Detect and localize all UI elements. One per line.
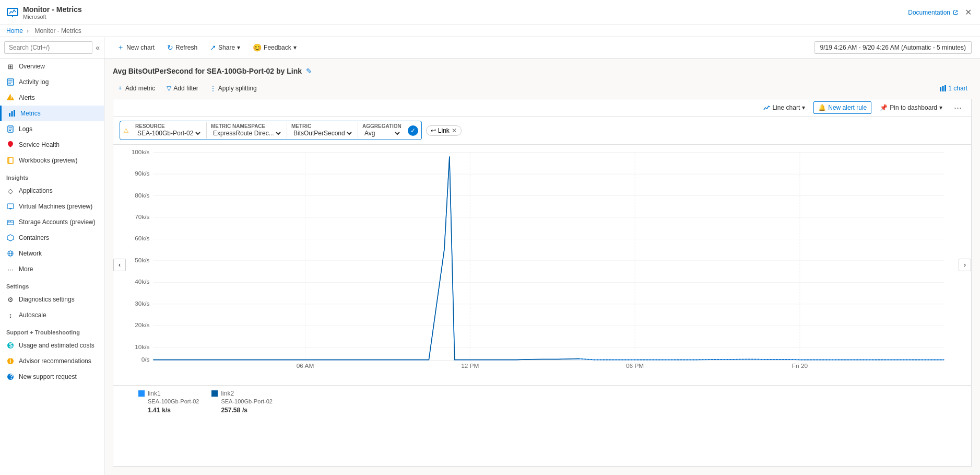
svg-rect-16 <box>9 157 13 164</box>
sidebar-item-usage-costs[interactable]: $ Usage and estimated costs <box>0 338 104 353</box>
sidebar-item-network[interactable]: Network <box>0 246 104 261</box>
sidebar-item-label-overview: Overview <box>19 63 45 70</box>
chart-count-button[interactable]: 1 chart <box>936 83 972 94</box>
svg-rect-34 <box>944 85 946 91</box>
chart-svg: 100k/s 90k/s 80k/s 70k/s 60k/s 50k/s 40k… <box>130 145 954 369</box>
sidebar-item-applications[interactable]: ◇ Applications <box>0 183 104 199</box>
metric-field-label: METRIC <box>291 123 353 129</box>
svg-point-22 <box>10 221 11 222</box>
chart-count-label: 1 chart <box>948 85 967 92</box>
sidebar-item-label-containers: Containers <box>19 234 49 241</box>
pin-to-dashboard-label: Pin to dashboard <box>890 104 937 111</box>
sidebar-search-area: « <box>0 37 104 59</box>
metric-field-group: METRIC BitsOutPerSecond <box>287 122 358 138</box>
feedback-button[interactable]: 😊 Feedback ▾ <box>249 41 301 54</box>
settings-section-label: Settings <box>0 277 104 292</box>
link-tag-label: Link <box>438 127 450 134</box>
metric-field-select[interactable]: BitsOutPerSecond <box>291 129 353 137</box>
applications-icon: ◇ <box>6 187 15 195</box>
chart-edit-icon[interactable]: ✎ <box>306 67 312 75</box>
sidebar-item-alerts[interactable]: ! Alerts <box>0 90 104 106</box>
svg-text:90k/s: 90k/s <box>135 170 149 177</box>
refresh-button[interactable]: ↻ Refresh <box>163 41 202 54</box>
svg-point-21 <box>8 221 9 222</box>
chart-type-chevron: ▾ <box>802 104 805 111</box>
sidebar-item-service-health[interactable]: Service Health <box>0 137 104 153</box>
legend-label-link2: link2 <box>221 390 234 397</box>
svg-text:06 AM: 06 AM <box>297 362 314 369</box>
sidebar-item-new-support[interactable]: ? New support request <box>0 369 104 385</box>
service-health-icon <box>6 141 15 149</box>
add-filter-button[interactable]: ▽ Add filter <box>162 83 202 94</box>
collapse-sidebar-button[interactable]: « <box>96 43 100 52</box>
sidebar-item-virtual-machines[interactable]: Virtual Machines (preview) <box>0 199 104 214</box>
sidebar-item-storage-accounts[interactable]: Storage Accounts (preview) <box>0 214 104 230</box>
resource-field-group: RESOURCE SEA-100Gb-Port-02 <box>131 122 207 138</box>
sidebar-item-diagnostics-settings[interactable]: ⚙ Diagnostics settings <box>0 292 104 307</box>
sidebar-item-logs[interactable]: Logs <box>0 121 104 137</box>
link-tag-close-icon[interactable]: ✕ <box>452 127 457 134</box>
new-alert-rule-label: New alert rule <box>828 104 867 111</box>
new-chart-button[interactable]: ＋ New chart <box>113 40 159 55</box>
sidebar-item-metrics[interactable]: Metrics <box>0 106 104 121</box>
confirm-icon[interactable]: ✓ <box>408 125 418 136</box>
svg-rect-17 <box>7 204 14 208</box>
sidebar-item-label-new-support: New support request <box>19 373 77 380</box>
chart-type-label: Line chart <box>773 104 800 111</box>
top-bar: Monitor - Metrics Microsoft Documentatio… <box>0 0 980 25</box>
resource-warning-icon: ⚠ <box>123 127 129 134</box>
apply-splitting-button[interactable]: ⋮ Apply splitting <box>206 83 261 94</box>
link-tag[interactable]: ↩ Link ✕ <box>426 125 462 136</box>
content-toolbar: ＋ New chart ↻ Refresh ↗ Share ▾ 😊 Feedba… <box>104 37 980 59</box>
new-chart-label: New chart <box>126 44 155 51</box>
pin-to-dashboard-button[interactable]: 📌 Pin to dashboard ▾ <box>876 102 947 113</box>
bell-icon: 🔔 <box>818 104 826 111</box>
feedback-label: Feedback <box>264 44 291 51</box>
svg-text:?: ? <box>9 373 13 380</box>
sidebar-item-label-advisor: Advisor recommendations <box>19 357 91 365</box>
chart-nav-left-button[interactable]: ‹ <box>113 259 126 271</box>
svg-text:Fri 20: Fri 20 <box>792 362 808 369</box>
share-label: Share <box>218 44 235 51</box>
sidebar-item-label-usage-costs: Usage and estimated costs <box>19 342 95 349</box>
search-input[interactable] <box>4 41 92 54</box>
aggregation-field-select[interactable]: Avg <box>362 129 402 137</box>
more-options-button[interactable]: ··· <box>951 102 965 113</box>
share-chevron-icon: ▾ <box>237 44 240 51</box>
sidebar-item-activity-log[interactable]: Activity log <box>0 74 104 90</box>
add-metric-icon: ＋ <box>117 84 123 92</box>
sidebar-item-workbooks[interactable]: Workbooks (preview) <box>0 153 104 168</box>
legend-item-link2-header: link2 <box>211 390 272 397</box>
breadcrumb-home[interactable]: Home <box>6 27 23 34</box>
documentation-link[interactable]: Documentation <box>908 9 950 16</box>
sidebar: « ⊞ Overview Activity log ! Alerts Metri… <box>0 37 104 475</box>
svg-rect-33 <box>942 86 944 91</box>
share-button[interactable]: ↗ Share ▾ <box>206 41 244 54</box>
metric-controls-right: 1 chart <box>936 83 972 94</box>
chart-nav-right-button[interactable]: › <box>959 259 971 271</box>
add-metric-button[interactable]: ＋ Add metric <box>113 82 159 95</box>
alerts-icon: ! <box>6 94 15 102</box>
chart-title-row: Avg BitsOutPerSecond for SEA-100Gb-Port-… <box>113 67 972 75</box>
sidebar-item-containers[interactable]: Containers <box>0 230 104 246</box>
add-filter-label: Add filter <box>173 85 198 92</box>
metric-namespace-field-select[interactable]: ExpressRoute Direc... <box>211 129 282 137</box>
legend-value-link2: 257.58 /s <box>211 406 272 414</box>
sidebar-item-advisor[interactable]: i Advisor recommendations <box>0 353 104 369</box>
sidebar-item-label-alerts: Alerts <box>19 94 35 101</box>
svg-text:30k/s: 30k/s <box>135 300 149 307</box>
storage-accounts-icon <box>6 218 15 226</box>
pin-icon: 📌 <box>880 104 888 111</box>
sidebar-item-overview[interactable]: ⊞ Overview <box>0 59 104 74</box>
sidebar-item-label-virtual-machines: Virtual Machines (preview) <box>19 203 92 210</box>
sidebar-item-more[interactable]: ··· More <box>0 261 104 277</box>
sidebar-item-label-workbooks: Workbooks (preview) <box>19 157 77 164</box>
close-button[interactable]: ✕ <box>963 5 974 19</box>
sidebar-item-autoscale[interactable]: ↕ Autoscale <box>0 307 104 323</box>
time-range-button[interactable]: 9/19 4:26 AM - 9/20 4:26 AM (Automatic -… <box>814 41 972 54</box>
resource-field-select[interactable]: SEA-100Gb-Port-02 <box>135 129 202 137</box>
feedback-chevron-icon: ▾ <box>293 44 297 51</box>
chart-type-button[interactable]: Line chart ▾ <box>759 102 810 113</box>
diagnostics-settings-icon: ⚙ <box>6 295 15 304</box>
new-alert-rule-button[interactable]: 🔔 New alert rule <box>813 101 871 114</box>
